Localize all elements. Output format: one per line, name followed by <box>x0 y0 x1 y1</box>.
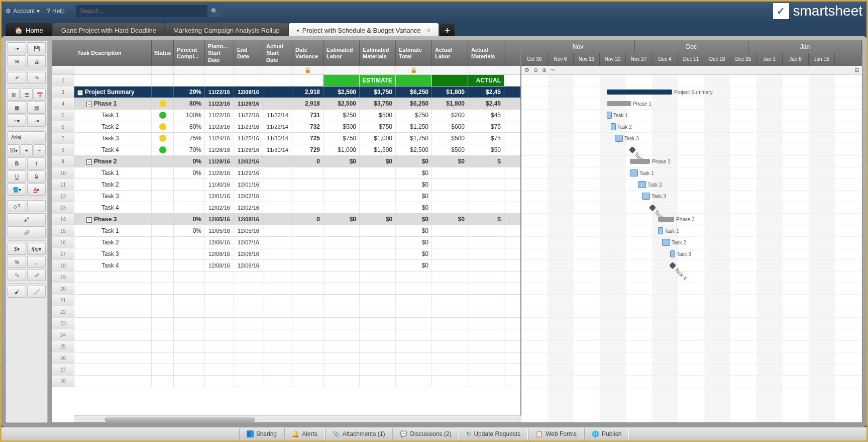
column-header[interactable]: Estimated Labor <box>323 41 360 66</box>
cell[interactable]: 11/23/16 <box>234 121 263 132</box>
table-row[interactable]: 14−Phase 30%12/05/1612/08/160$0$0$0$0$ <box>52 214 520 225</box>
gantt-bar[interactable]: Task 1 <box>658 227 663 234</box>
cell[interactable] <box>292 237 323 248</box>
cell[interactable]: $500 <box>323 121 360 132</box>
cell[interactable]: 12/02/16 <box>205 202 234 213</box>
cell[interactable]: $750 <box>360 121 396 132</box>
cell[interactable]: 12/05/16 <box>205 214 234 225</box>
web-forms-button[interactable]: 📋Web Forms <box>528 428 584 439</box>
sheet-tab-0[interactable]: Gantt Project with Hard Deadline <box>53 23 164 38</box>
cell[interactable]: Task 2 <box>74 179 152 190</box>
cell[interactable]: 12/08/16 <box>234 86 263 98</box>
alerts-button[interactable]: 🔔Alerts <box>284 428 325 439</box>
table-row[interactable]: 8Task 470%11/28/1611/28/1611/30/14729$1,… <box>52 144 520 156</box>
cell[interactable]: $6,250 <box>396 98 432 109</box>
cell[interactable]: $750 <box>323 133 360 144</box>
cell[interactable] <box>263 191 292 202</box>
cell[interactable] <box>152 237 174 248</box>
cell[interactable]: 12/05/16 <box>205 225 234 236</box>
cell[interactable]: $0 <box>396 191 432 202</box>
cell[interactable] <box>152 179 174 190</box>
cell[interactable]: $0 <box>396 248 432 259</box>
cell[interactable]: $ <box>468 214 504 225</box>
cell[interactable]: 11/24/16 <box>205 133 234 144</box>
column-header[interactable]: Actual Labor <box>432 41 468 66</box>
cell[interactable]: −Phase 2 <box>74 156 152 167</box>
cell[interactable] <box>360 225 396 236</box>
undo-button[interactable]: ↶ <box>8 72 26 84</box>
table-row[interactable]: 24 <box>52 329 520 341</box>
gantt-bar[interactable]: Task 1 <box>630 169 638 176</box>
help-link[interactable]: ? Help <box>47 8 64 15</box>
gantt-bar[interactable]: Task 4 <box>649 204 656 211</box>
cell[interactable]: Task 1 <box>74 110 152 121</box>
gear-icon[interactable]: ⚙ <box>524 67 529 73</box>
cell[interactable] <box>152 202 174 213</box>
cell[interactable]: $750 <box>396 110 432 121</box>
cell[interactable]: Task 2 <box>74 237 152 248</box>
cell[interactable]: 729 <box>292 144 323 155</box>
cell[interactable]: 29% <box>174 86 205 98</box>
increase-size-button[interactable]: + <box>21 144 33 156</box>
text-color-button[interactable]: A▾ <box>27 184 46 196</box>
cell[interactable]: $6,250 <box>396 86 432 98</box>
gantt-bar[interactable]: Task 1 <box>607 112 612 119</box>
column-header[interactable]: Plann... Start Date <box>205 41 234 66</box>
calendar-view-button[interactable]: 📅 <box>34 89 46 101</box>
cell[interactable]: 11/22/14 <box>263 110 292 121</box>
format-painter-button[interactable]: 🖌 <box>8 286 26 298</box>
cell[interactable] <box>323 225 360 236</box>
cell[interactable]: $1,800 <box>432 86 468 98</box>
cell[interactable]: Task 4 <box>74 260 152 271</box>
home-tab[interactable]: 🏠 Home <box>6 23 52 38</box>
cell[interactable]: 75% <box>174 133 205 144</box>
cell[interactable] <box>432 191 468 202</box>
cell[interactable]: $0 <box>396 214 432 225</box>
save-button[interactable]: 💾 <box>27 42 46 54</box>
clear-format-button[interactable]: 🧹 <box>27 286 46 298</box>
cell[interactable] <box>432 248 468 259</box>
cell[interactable]: 11/28/16 <box>205 167 234 179</box>
cell[interactable]: 12/02/16 <box>234 202 263 213</box>
cell[interactable]: $2,500 <box>396 144 432 155</box>
cell[interactable]: 12/08/16 <box>234 214 263 225</box>
cell[interactable] <box>152 121 174 132</box>
column-header[interactable]: Date Variance <box>292 41 323 66</box>
cell[interactable] <box>263 156 292 167</box>
cell[interactable] <box>152 167 174 179</box>
cell[interactable] <box>292 260 323 271</box>
grid-view-button[interactable]: ⊞ <box>8 89 20 101</box>
cell[interactable] <box>323 179 360 190</box>
column-header[interactable]: Estimated Materials <box>360 41 396 66</box>
cell[interactable]: $0 <box>396 225 432 236</box>
cell[interactable]: $0 <box>432 156 468 167</box>
cell[interactable]: $45 <box>468 110 504 121</box>
cell[interactable] <box>323 260 360 271</box>
table-row[interactable]: 21 <box>52 295 520 306</box>
cell[interactable]: 11/30/16 <box>205 179 234 190</box>
cell[interactable] <box>432 225 468 236</box>
cell[interactable] <box>263 260 292 271</box>
redo-button[interactable]: ↷ <box>27 72 46 84</box>
cell[interactable] <box>174 191 205 202</box>
cell[interactable]: 11/28/16 <box>205 144 234 155</box>
table-row[interactable]: 20 <box>52 283 520 295</box>
bold-button[interactable]: B <box>8 157 26 169</box>
cell[interactable]: 11/29/16 <box>234 167 263 179</box>
gantt-body[interactable]: Project SummaryPhase 1Task 1Task 2Task 3… <box>521 75 862 422</box>
cell[interactable]: $0 <box>396 167 432 179</box>
cell[interactable] <box>174 202 205 213</box>
cell[interactable]: Task 3 <box>74 133 152 144</box>
cell[interactable] <box>152 214 174 225</box>
search-icon[interactable]: 🔍 <box>207 5 222 17</box>
new-button[interactable]: ▫▾ <box>8 42 26 54</box>
cell[interactable]: $250 <box>323 110 360 121</box>
cell[interactable]: Task 2 <box>74 121 152 132</box>
cell[interactable] <box>263 98 292 109</box>
column-header[interactable]: Percent Compl... <box>174 41 205 66</box>
cell[interactable]: $3,750 <box>360 86 396 98</box>
update-requests-button[interactable]: ↻Update Requests <box>459 428 528 439</box>
cell[interactable] <box>323 248 360 259</box>
collapse-icon[interactable]: ⊟ <box>854 67 859 73</box>
strike-button[interactable]: S <box>27 170 46 183</box>
